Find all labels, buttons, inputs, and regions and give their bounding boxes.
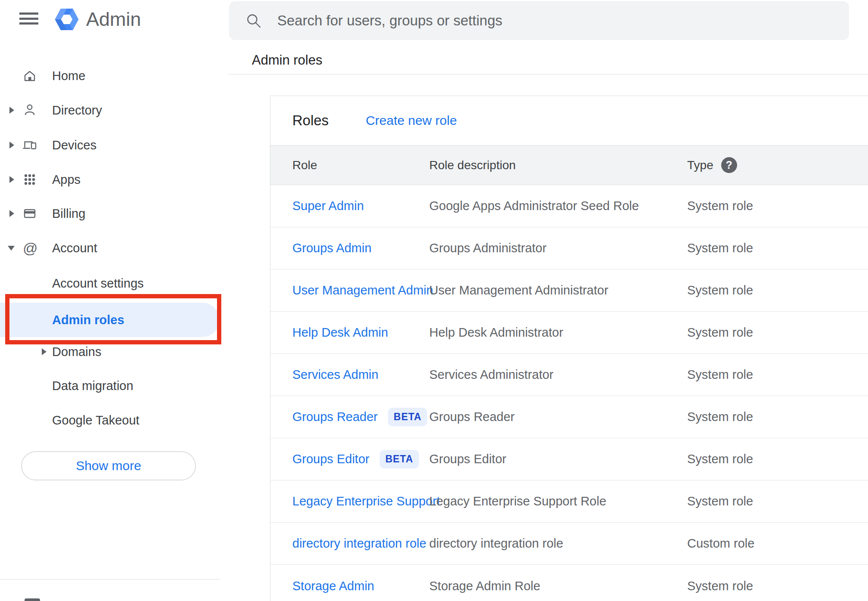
breadcrumb: Admin roles (252, 53, 322, 68)
sidebar-item-billing[interactable]: Billing (0, 196, 228, 231)
sidebar-item-admin-roles[interactable]: Admin roles (0, 303, 220, 337)
admin-logo-icon (54, 7, 79, 32)
chevron-right-icon (9, 210, 14, 217)
table-row: Super Admin Google Apps Administrator Se… (270, 185, 868, 227)
sidebar-item-devices[interactable]: Devices (0, 128, 228, 162)
menu-icon[interactable] (19, 12, 38, 25)
role-link[interactable]: Groups Reader (292, 410, 378, 424)
sidebar-item-domains[interactable]: Domains (0, 335, 228, 369)
table-row: directory integration role directory int… (270, 523, 868, 565)
apps-grid-icon (22, 172, 37, 187)
chevron-down-icon (8, 246, 15, 251)
role-link[interactable]: Groups Editor (292, 452, 369, 466)
chevron-right-icon (42, 348, 46, 355)
person-icon (22, 102, 37, 118)
table-row: Help Desk Admin Help Desk Administrator … (270, 312, 868, 354)
title-divider (228, 74, 868, 74)
table-row: Services Admin Services Administrator Sy… (270, 354, 868, 396)
roles-title: Roles (292, 112, 329, 129)
sidebar-item-account-settings[interactable]: Account settings (0, 266, 228, 300)
column-header-type: Type ? (687, 157, 868, 173)
role-link[interactable]: User Management Admin (292, 283, 433, 297)
sidebar-item-data-migration[interactable]: Data migration (0, 369, 228, 403)
beta-badge: BETA (388, 408, 427, 426)
table-row: User Management Admin User Management Ad… (270, 270, 868, 312)
chevron-right-icon (9, 176, 14, 183)
sidebar-item-directory[interactable]: Directory (0, 93, 228, 127)
role-link[interactable]: Legacy Enterprise Support (292, 494, 440, 508)
roles-card-header: Roles Create new role (270, 96, 868, 145)
beta-badge: BETA (380, 450, 419, 468)
role-link[interactable]: Services Admin (292, 368, 378, 382)
credit-card-icon (22, 206, 37, 221)
sidebar-item-apps[interactable]: Apps (0, 162, 228, 197)
table-row: Storage Admin Storage Admin Role System … (270, 565, 868, 601)
roles-card: Roles Create new role Role Role descript… (270, 96, 868, 601)
home-icon (22, 68, 37, 84)
sidebar-item-home[interactable]: Home (0, 59, 228, 93)
table-row: Legacy Enterprise Support Legacy Enterpr… (270, 480, 868, 523)
column-header-role: Role (270, 158, 429, 172)
app-title: Admin (86, 7, 141, 32)
at-sign-icon: @ (22, 240, 37, 256)
role-link[interactable]: directory integration role (292, 536, 426, 551)
table-header-row: Role Role description Type ? (270, 145, 868, 185)
cutoff-sidebar-icon (25, 598, 40, 601)
sidebar-item-google-takeout[interactable]: Google Takeout (0, 403, 228, 437)
chevron-right-icon (9, 142, 14, 149)
show-more-button[interactable]: Show more (21, 451, 196, 480)
sidebar-item-account[interactable]: @ Account (0, 231, 228, 265)
table-row: Groups Reader BETA Groups Reader System … (270, 396, 868, 438)
sidebar-divider (0, 579, 220, 579)
role-link[interactable]: Super Admin (292, 199, 364, 213)
create-new-role-link[interactable]: Create new role (366, 113, 457, 128)
devices-icon (22, 137, 37, 153)
table-row: Groups Admin Groups Administrator System… (270, 227, 868, 270)
role-link[interactable]: Groups Admin (292, 241, 372, 255)
search-icon (245, 12, 262, 29)
help-icon[interactable]: ? (721, 157, 737, 173)
role-link[interactable]: Help Desk Admin (292, 325, 388, 340)
svg-text:@: @ (23, 240, 37, 256)
column-header-description: Role description (429, 158, 687, 172)
table-row: Groups Editor BETA Groups Editor System … (270, 438, 868, 480)
role-link[interactable]: Storage Admin (292, 579, 374, 593)
search-placeholder: Search for users, groups or settings (277, 12, 502, 29)
search-input[interactable]: Search for users, groups or settings (229, 1, 849, 40)
chevron-right-icon (9, 107, 14, 114)
